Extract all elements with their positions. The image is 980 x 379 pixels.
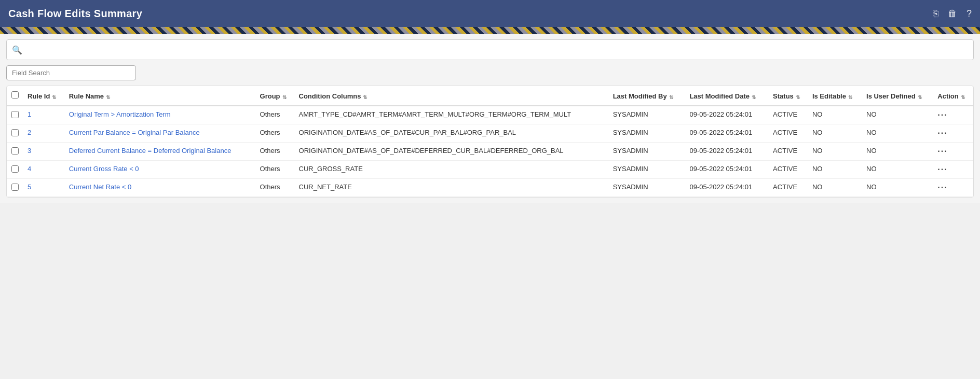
rule-name-cell: Current Par Balance = Original Par Balan… bbox=[65, 124, 256, 143]
group-cell: Others bbox=[256, 161, 295, 179]
content-area: 🔍 Rule Id ⇅ bbox=[0, 34, 980, 203]
is-user-defined-cell: NO bbox=[862, 106, 933, 124]
delete-icon[interactable]: 🗑 bbox=[948, 8, 957, 19]
row-checkbox[interactable] bbox=[11, 129, 19, 136]
header-checkbox-cell bbox=[7, 86, 23, 106]
row-checkbox-cell bbox=[7, 179, 23, 197]
table-row: 4Current Gross Rate < 0OthersCUR_GROSS_R… bbox=[7, 161, 973, 179]
last-modified-by-cell: SYSADMIN bbox=[609, 124, 686, 143]
last-modified-by-cell: SYSADMIN bbox=[609, 106, 686, 124]
last-modified-date-cell: 09-05-2022 05:24:01 bbox=[685, 143, 769, 161]
group-cell: Others bbox=[256, 124, 295, 143]
last-modified-by-cell: SYSADMIN bbox=[609, 161, 686, 179]
sort-icon-is-editable[interactable]: ⇅ bbox=[848, 95, 852, 100]
group-cell: Others bbox=[256, 143, 295, 161]
is-editable-cell: NO bbox=[808, 106, 862, 124]
action-cell: ··· bbox=[933, 161, 973, 179]
sort-icon-is-user-defined[interactable]: ⇅ bbox=[918, 95, 922, 100]
col-header-last-modified-by: Last Modified By ⇅ bbox=[609, 86, 686, 106]
row-checkbox[interactable] bbox=[11, 147, 19, 155]
group-cell: Others bbox=[256, 106, 295, 124]
rule-id-link[interactable]: 4 bbox=[28, 165, 31, 173]
rule-name-link[interactable]: Current Gross Rate < 0 bbox=[69, 165, 252, 173]
rule-id-link[interactable]: 2 bbox=[28, 129, 31, 136]
row-checkbox-cell bbox=[7, 124, 23, 143]
col-header-last-modified-date: Last Modified Date ⇅ bbox=[685, 86, 769, 106]
sort-icon-rule-id[interactable]: ⇅ bbox=[52, 95, 56, 100]
row-checkbox[interactable] bbox=[11, 111, 19, 118]
sort-icon-rule-name[interactable]: ⇅ bbox=[106, 95, 110, 100]
condition-columns-cell: CUR_GROSS_RATE bbox=[295, 161, 609, 179]
rule-id-cell: 4 bbox=[23, 161, 65, 179]
search-icon: 🔍 bbox=[12, 45, 22, 55]
action-menu-button[interactable]: ··· bbox=[937, 183, 947, 192]
sort-icon-status[interactable]: ⇅ bbox=[796, 95, 800, 100]
status-cell: ACTIVE bbox=[769, 124, 808, 143]
last-modified-date-cell: 09-05-2022 05:24:01 bbox=[685, 124, 769, 143]
row-checkbox[interactable] bbox=[11, 165, 19, 173]
sort-icon-group[interactable]: ⇅ bbox=[282, 95, 287, 100]
is-editable-cell: NO bbox=[808, 143, 862, 161]
condition-columns-cell: ORIGINATION_DATE#AS_OF_DATE#CUR_PAR_BAL#… bbox=[295, 124, 609, 143]
data-table: Rule Id ⇅ Rule Name ⇅ Group ⇅ bbox=[7, 86, 973, 197]
action-menu-button[interactable]: ··· bbox=[937, 129, 947, 137]
col-header-is-editable: Is Editable ⇅ bbox=[808, 86, 862, 106]
col-header-status: Status ⇅ bbox=[769, 86, 808, 106]
action-cell: ··· bbox=[933, 124, 973, 143]
is-editable-cell: NO bbox=[808, 179, 862, 197]
sort-icon-last-modified-by[interactable]: ⇅ bbox=[669, 95, 673, 100]
app-header: Cash Flow Edits Summary ⎘ 🗑 ? bbox=[0, 0, 980, 27]
sort-icon-condition-columns[interactable]: ⇅ bbox=[363, 95, 367, 100]
page-title: Cash Flow Edits Summary bbox=[8, 8, 142, 20]
table-row: 3Deferred Current Balance = Deferred Ori… bbox=[7, 143, 973, 161]
is-user-defined-cell: NO bbox=[862, 161, 933, 179]
table-header-row: Rule Id ⇅ Rule Name ⇅ Group ⇅ bbox=[7, 86, 973, 106]
last-modified-date-cell: 09-05-2022 05:24:01 bbox=[685, 106, 769, 124]
status-cell: ACTIVE bbox=[769, 179, 808, 197]
group-cell: Others bbox=[256, 179, 295, 197]
field-search-input[interactable] bbox=[6, 65, 136, 80]
rule-name-link[interactable]: Deferred Current Balance = Deferred Orig… bbox=[69, 147, 252, 155]
action-menu-button[interactable]: ··· bbox=[937, 147, 947, 156]
rule-name-link[interactable]: Current Par Balance = Original Par Balan… bbox=[69, 129, 252, 136]
help-icon[interactable]: ? bbox=[967, 8, 972, 19]
row-checkbox-cell bbox=[7, 161, 23, 179]
sort-icon-last-modified-date[interactable]: ⇅ bbox=[752, 95, 756, 100]
copy-icon[interactable]: ⎘ bbox=[933, 8, 938, 19]
status-cell: ACTIVE bbox=[769, 161, 808, 179]
data-table-container: Rule Id ⇅ Rule Name ⇅ Group ⇅ bbox=[6, 86, 974, 198]
row-checkbox[interactable] bbox=[11, 184, 19, 191]
rule-name-link[interactable]: Original Term > Amortization Term bbox=[69, 110, 252, 118]
is-user-defined-cell: NO bbox=[862, 143, 933, 161]
is-editable-cell: NO bbox=[808, 124, 862, 143]
is-user-defined-cell: NO bbox=[862, 179, 933, 197]
action-menu-button[interactable]: ··· bbox=[937, 165, 947, 174]
rule-id-cell: 5 bbox=[23, 179, 65, 197]
table-row: 1Original Term > Amortization TermOthers… bbox=[7, 106, 973, 124]
decorative-bar bbox=[0, 27, 980, 34]
global-search-bar: 🔍 bbox=[6, 39, 974, 60]
rule-id-cell: 2 bbox=[23, 124, 65, 143]
rule-id-link[interactable]: 1 bbox=[28, 110, 31, 118]
table-row: 2Current Par Balance = Original Par Bala… bbox=[7, 124, 973, 143]
col-header-condition-columns: Condition Columns ⇅ bbox=[295, 86, 609, 106]
col-header-action: Action ⇅ bbox=[933, 86, 973, 106]
rule-name-link[interactable]: Current Net Rate < 0 bbox=[69, 183, 252, 191]
col-header-rule-id: Rule Id ⇅ bbox=[23, 86, 65, 106]
action-cell: ··· bbox=[933, 143, 973, 161]
condition-columns-cell: ORIGINATION_DATE#AS_OF_DATE#DEFERRED_CUR… bbox=[295, 143, 609, 161]
action-menu-button[interactable]: ··· bbox=[937, 110, 947, 119]
is-user-defined-cell: NO bbox=[862, 124, 933, 143]
rule-id-link[interactable]: 5 bbox=[28, 183, 31, 191]
col-header-rule-name: Rule Name ⇅ bbox=[65, 86, 256, 106]
col-header-group: Group ⇅ bbox=[256, 86, 295, 106]
rule-id-cell: 1 bbox=[23, 106, 65, 124]
rule-id-cell: 3 bbox=[23, 143, 65, 161]
row-checkbox-cell bbox=[7, 143, 23, 161]
rule-name-cell: Current Gross Rate < 0 bbox=[65, 161, 256, 179]
global-search-input[interactable] bbox=[26, 46, 968, 54]
sort-icon-action[interactable]: ⇅ bbox=[961, 95, 965, 100]
select-all-checkbox[interactable] bbox=[11, 91, 19, 99]
rule-name-cell: Deferred Current Balance = Deferred Orig… bbox=[65, 143, 256, 161]
rule-id-link[interactable]: 3 bbox=[28, 147, 31, 155]
